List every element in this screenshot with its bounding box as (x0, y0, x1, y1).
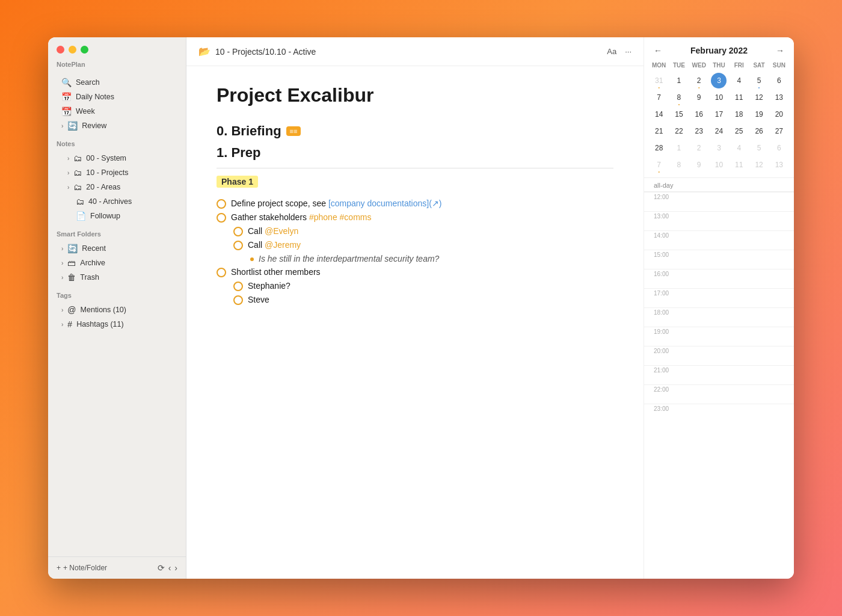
cal-date[interactable]: 9 (691, 157, 707, 173)
time-label: 21:00 (654, 366, 675, 374)
calendar-week: 7• 8 9 10 11 12 13 (649, 157, 789, 173)
section-1-label: 1. Prep (217, 145, 260, 161)
sidebar-item-followup[interactable]: 📄 Followup (51, 209, 183, 223)
sidebar-item-00-system[interactable]: › 🗂 00 - System (51, 151, 183, 165)
cal-date[interactable]: 11 (731, 157, 747, 173)
cal-date[interactable]: 27 (771, 123, 787, 139)
task-circle[interactable] (233, 241, 243, 250)
cal-date-today[interactable]: 3 (711, 73, 727, 88)
task-circle[interactable] (217, 213, 226, 223)
cal-date[interactable]: 1 (671, 140, 687, 156)
cal-date[interactable]: 6 (771, 140, 787, 156)
cal-date[interactable]: 4 (731, 73, 747, 88)
cal-date[interactable]: 8• (671, 90, 687, 105)
cal-date[interactable]: 11 (731, 90, 747, 105)
sidebar-item-search[interactable]: 🔍 Search (51, 75, 183, 90)
cal-date[interactable]: 12 (751, 90, 767, 105)
cal-date[interactable]: 31• (651, 73, 667, 88)
cal-date[interactable]: 6 (771, 73, 787, 88)
section-0-heading: 0. Briefing ≡≡ (217, 123, 613, 139)
sidebar-item-40-archives[interactable]: 🗂 40 - Archives (51, 194, 183, 209)
cal-date[interactable]: 28 (651, 140, 667, 156)
sidebar-item-mentions[interactable]: › @ Mentions (10) (51, 303, 183, 317)
task-circle[interactable] (217, 199, 226, 209)
task-circle[interactable] (217, 268, 226, 277)
maximize-button[interactable] (81, 46, 88, 54)
cal-date[interactable]: 1 (671, 73, 687, 88)
cal-date[interactable]: 16 (691, 106, 707, 122)
cal-date[interactable]: 23 (691, 123, 707, 139)
task-item[interactable]: Steve (217, 295, 613, 305)
task-item[interactable]: Call @Jeremy (217, 240, 613, 250)
cal-date[interactable]: 12 (751, 157, 767, 173)
cal-prev-button[interactable]: ← (654, 46, 662, 55)
add-icon: + (57, 564, 61, 572)
calendar-week: 28 1 2 3 4 5 6 (649, 140, 789, 156)
cal-date[interactable]: 15 (671, 106, 687, 122)
task-circle[interactable] (233, 227, 243, 236)
sidebar-item-label: 10 - Projects (86, 168, 128, 177)
cal-date[interactable]: 5 (751, 140, 767, 156)
task-circle[interactable] (233, 295, 243, 305)
task-item[interactable]: Define project scope, see [company docum… (217, 199, 613, 209)
cal-date[interactable]: 20 (771, 106, 787, 122)
cal-date[interactable]: 5• (751, 73, 767, 88)
sidebar-item-daily-notes[interactable]: 📅 Daily Notes (51, 90, 183, 104)
cal-date[interactable]: 9 (691, 90, 707, 105)
cal-date[interactable]: 18 (731, 106, 747, 122)
time-label: 23:00 (654, 404, 675, 412)
cal-date[interactable]: 4 (731, 140, 747, 156)
cal-date[interactable]: 7 (651, 90, 667, 105)
section-0-label: 0. Briefing (217, 123, 281, 139)
cal-date[interactable]: 22 (671, 123, 687, 139)
chevron-icon: › (61, 321, 63, 328)
sync-icon[interactable]: ⟳ (158, 563, 165, 573)
nav-forward-button[interactable]: › (174, 563, 177, 573)
minimize-button[interactable] (69, 46, 76, 54)
cal-date[interactable]: 17 (711, 106, 727, 122)
cal-next-button[interactable]: → (776, 46, 784, 55)
close-button[interactable] (57, 46, 64, 54)
nav-back-button[interactable]: ‹ (168, 563, 171, 573)
cal-date[interactable]: 25 (731, 123, 747, 139)
time-label: 15:00 (654, 250, 675, 258)
cal-date[interactable]: 26 (751, 123, 767, 139)
task-item[interactable]: Call @Evelyn (217, 226, 613, 236)
cal-date[interactable]: 19 (751, 106, 767, 122)
cal-date[interactable]: 21 (651, 123, 667, 139)
sidebar-item-20-areas[interactable]: › 🗂 20 - Areas (51, 180, 183, 194)
more-button[interactable]: ··· (625, 47, 632, 56)
link-text[interactable]: [company documentations](↗) (328, 199, 442, 208)
time-label: 17:00 (654, 289, 675, 297)
cal-date[interactable]: 10 (711, 157, 727, 173)
sidebar-item-trash[interactable]: › 🗑 Trash (51, 270, 183, 285)
font-button[interactable]: Aa (607, 47, 616, 56)
calendar-week: 14 15 16 17 18 19 20 (649, 106, 789, 122)
cal-date[interactable]: 2 (691, 140, 707, 156)
cal-date[interactable]: 3 (711, 140, 727, 156)
all-day-label: all-day (644, 177, 794, 192)
cal-date[interactable]: 24 (711, 123, 727, 139)
cal-date[interactable]: 13 (771, 157, 787, 173)
calendar-week: 31• 1 2• 3 4 5• 6 (649, 73, 789, 88)
task-item[interactable]: Gather stakeholders #phone #comms (217, 212, 613, 223)
add-note-folder-button[interactable]: + + Note/Folder (57, 564, 107, 572)
doc-title[interactable]: Project Excalibur (217, 84, 613, 106)
sidebar-item-archive[interactable]: › 🗃 Archive (51, 256, 183, 270)
cal-date[interactable]: 13 (771, 90, 787, 105)
cal-date[interactable]: 8 (671, 157, 687, 173)
sidebar-item-hashtags[interactable]: › # Hashtags (11) (51, 317, 183, 331)
sidebar-item-label: Review (82, 122, 106, 130)
task-item[interactable]: Shortlist other members (217, 267, 613, 277)
time-slot: 15:00 (644, 250, 794, 269)
cal-date[interactable]: 14 (651, 106, 667, 122)
cal-date[interactable]: 10 (711, 90, 727, 105)
cal-date[interactable]: 2• (691, 73, 707, 88)
sidebar-item-recent[interactable]: › 🔄 Recent (51, 241, 183, 256)
cal-date[interactable]: 7• (651, 157, 667, 173)
task-item[interactable]: Stephanie? (217, 281, 613, 291)
sidebar-item-week[interactable]: 📆 Week (51, 104, 183, 119)
task-circle[interactable] (233, 282, 243, 291)
sidebar-item-review[interactable]: › 🔄 Review (51, 119, 183, 133)
sidebar-item-10-projects[interactable]: › 🗂 10 - Projects (51, 165, 183, 180)
